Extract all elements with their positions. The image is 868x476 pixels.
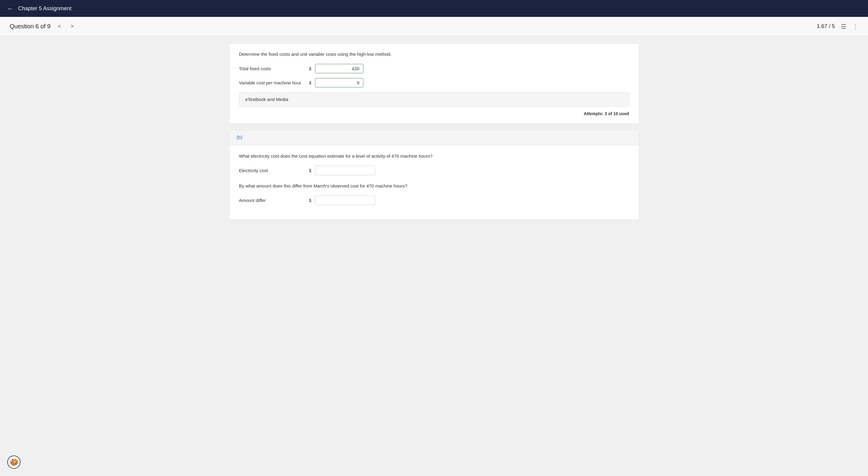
- sub-header-left: Question 6 of 9 < >: [10, 22, 76, 31]
- back-icon[interactable]: ←: [7, 5, 13, 12]
- amount-differ-input[interactable]: [315, 196, 375, 205]
- amount-differ-row: Amount differ $: [239, 196, 629, 205]
- electricity-cost-row: Electricity cost $: [239, 166, 629, 175]
- page-title: Chapter 5 Assignment: [18, 5, 71, 12]
- variable-cost-row: Variable cost per machine hour $: [239, 78, 629, 88]
- sub-header-right: 1.67 / 5 ☰ ⋮: [817, 23, 858, 30]
- currency-symbol-3: $: [309, 168, 311, 173]
- section-a-card: Determine the fixed costs and unit varia…: [229, 43, 639, 124]
- cookie-button[interactable]: 🍪: [7, 455, 21, 469]
- cookie-icon: 🍪: [10, 458, 18, 466]
- variable-cost-input[interactable]: [315, 78, 363, 88]
- currency-symbol-2: $: [309, 80, 311, 85]
- sub-header: Question 6 of 9 < > 1.67 / 5 ☰ ⋮: [0, 17, 868, 36]
- more-icon[interactable]: ⋮: [852, 23, 858, 30]
- section-b-question2: By what amount does this differ from Mar…: [239, 182, 629, 190]
- part-b-body: What electricity cost does the cost equa…: [229, 145, 639, 219]
- main-content: Determine the fixed costs and unit varia…: [217, 36, 651, 233]
- total-fixed-costs-row: Total fixed costs $: [239, 64, 629, 73]
- total-fixed-costs-label: Total fixed costs: [239, 66, 305, 71]
- top-bar: ← Chapter 5 Assignment: [0, 0, 868, 17]
- electricity-cost-input[interactable]: [315, 166, 375, 175]
- part-b-label: (b): [237, 135, 243, 140]
- etextbook-bar-a[interactable]: eTextbook and Media: [239, 92, 629, 106]
- prev-question-button[interactable]: <: [56, 22, 64, 31]
- electricity-cost-label: Electricity cost: [239, 168, 305, 173]
- score-display: 1.67 / 5: [817, 23, 835, 30]
- question-label: Question 6 of 9: [10, 23, 51, 30]
- currency-symbol-1: $: [309, 66, 311, 71]
- section-b-question1: What electricity cost does the cost equa…: [239, 153, 629, 160]
- amount-differ-label: Amount differ: [239, 198, 305, 203]
- total-fixed-costs-input[interactable]: [315, 64, 363, 73]
- list-icon[interactable]: ☰: [841, 23, 846, 30]
- part-b-header: (b): [229, 130, 639, 145]
- section-a-instruction: Determine the fixed costs and unit varia…: [239, 51, 629, 58]
- section-b-card: (b) What electricity cost does the cost …: [229, 130, 639, 220]
- next-question-button[interactable]: >: [68, 22, 76, 31]
- currency-symbol-4: $: [309, 198, 311, 203]
- attempts-text-a: Attempts: 3 of 10 used: [239, 111, 629, 116]
- variable-cost-label: Variable cost per machine hour: [239, 80, 305, 85]
- etextbook-label-a: eTextbook and Media: [245, 97, 288, 102]
